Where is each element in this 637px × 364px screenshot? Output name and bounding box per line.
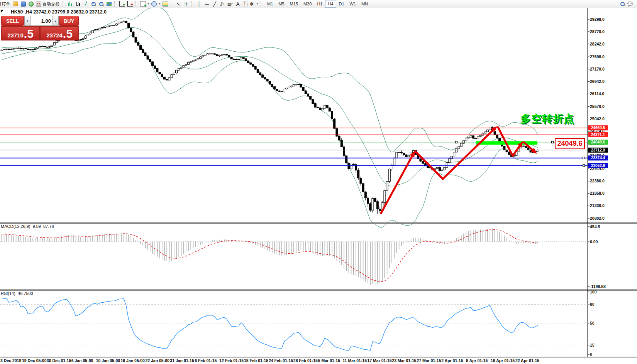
time-axis[interactable]: 3 Dec 201919 Dec 05:0030 Dec 01:156 Jan …	[0, 358, 539, 363]
price-tick-label: 26114.0	[590, 91, 605, 96]
macd-panel: 454.50.00-1198.58	[0, 224, 606, 289]
line-chart-icon[interactable]	[82, 0, 90, 7]
toolbar: 新订单 自动交易 + − ▾ ▾ ↖ ✛ │ ─ ╱ ⫽E ≣F A	[0, 0, 637, 8]
buy-button[interactable]: BUY	[59, 16, 79, 26]
time-tick-label: 18 Feb 01:15	[244, 358, 268, 363]
volume-increase-button[interactable]: ▲	[53, 16, 59, 26]
price-tick-label: 22386.0	[590, 179, 605, 183]
arrow-tools-icon[interactable]: ❖	[248, 0, 256, 7]
horizontal-line-icon[interactable]: ─	[203, 0, 211, 7]
autotrade-robot-icon[interactable]	[35, 0, 42, 7]
price-tick-label: 20802.0	[590, 216, 605, 221]
autotrade-button[interactable]: 自动交易	[42, 1, 59, 7]
time-tick-label: 23 Mar 01:15	[392, 358, 416, 363]
bollinger-bands	[2, 7, 538, 228]
search-icon[interactable]	[618, 0, 626, 7]
timeframe-D1[interactable]: D1	[336, 0, 347, 8]
time-tick-label: 10 Jan 05:00	[96, 358, 120, 363]
trend-line-icon[interactable]: ╱	[211, 0, 219, 7]
candlestick-chart-icon[interactable]	[74, 0, 82, 7]
price-tick-label: 29298.0	[590, 17, 605, 22]
timeframe-W1[interactable]: W1	[347, 0, 359, 8]
sell-button[interactable]: SELL	[1, 16, 24, 26]
price-tick-label: 26642.0	[590, 79, 605, 84]
rsi-panel: 1008050150	[0, 290, 597, 357]
text-label-icon[interactable]: T	[242, 1, 248, 7]
time-tick-label: 16 Apr 01:15	[491, 358, 515, 363]
time-tick-label: 30 Dec 01:15	[47, 358, 71, 363]
sell-price[interactable]: 23710.5	[1, 26, 40, 40]
text-icon[interactable]: A	[234, 0, 242, 7]
volume-decrease-button[interactable]: ▼	[24, 16, 30, 26]
time-tick-label: 27 Mar 01:15	[417, 358, 441, 363]
chart-ohlc-title: HK50-,H4 23742.0 23799.0 23632.0 23712.0	[11, 9, 107, 15]
time-tick-label: 6 Feb 01:15	[195, 358, 217, 363]
accounts-icon[interactable]	[19, 0, 27, 7]
svg-text:50: 50	[590, 321, 595, 325]
timeframe-H4[interactable]: H4	[325, 0, 336, 8]
time-tick-label: 5 Mar 01:15	[318, 358, 340, 363]
annotation-text[interactable]: 多空转折点	[520, 112, 586, 126]
time-tick-label: 28 Feb 01:15	[293, 358, 318, 363]
svg-text:0.00: 0.00	[590, 239, 598, 244]
level-lines[interactable]	[0, 128, 588, 166]
svg-text:24371.1: 24371.1	[591, 133, 605, 137]
periods-dropdown-icon[interactable]: ▾	[158, 0, 161, 7]
timeframe-H1[interactable]: H1	[314, 0, 325, 8]
market-watch-icon[interactable]	[12, 0, 19, 7]
buy-price[interactable]: 23724.5	[40, 26, 79, 40]
line-handle[interactable]	[583, 157, 585, 159]
crosshair-icon[interactable]: ✛	[182, 0, 190, 7]
one-click-trade-panel: SELL ▼ 1.00 ▲ BUY 23710.5 23724.5	[1, 16, 79, 40]
new-order-button[interactable]: 新订单	[0, 1, 10, 7]
chart-template-icon[interactable]	[161, 0, 169, 7]
svg-text:23374.4: 23374.4	[591, 156, 605, 160]
time-tick-label: 17 Mar 01:15	[368, 358, 392, 363]
line-handle[interactable]	[456, 141, 457, 143]
svg-text:454.5: 454.5	[590, 224, 600, 229]
macd-label: MACD(12,26,9) 9.89 87.76	[1, 224, 54, 229]
line-handle[interactable]	[552, 141, 554, 143]
price-tick-label: 27170.0	[590, 67, 605, 71]
svg-text:-1198.58: -1198.58	[590, 284, 606, 289]
price-axis[interactable]: 29298.028770.028242.027698.027170.026642…	[588, 17, 608, 221]
timeframe-MN[interactable]: MN	[359, 0, 371, 8]
cursor-icon[interactable]: ↖	[174, 0, 182, 7]
signal-icon[interactable]	[27, 0, 35, 7]
chat-icon[interactable]: 💬	[626, 0, 634, 7]
timeframe-M5[interactable]: M5	[276, 0, 287, 8]
svg-text:24049.6: 24049.6	[591, 140, 605, 144]
fibonacci-icon[interactable]: ≣F	[226, 0, 234, 7]
volume-input[interactable]: 1.00	[30, 16, 53, 26]
vertical-line-icon[interactable]: │	[195, 0, 203, 7]
price-callout-box[interactable]: 24049.6	[555, 138, 585, 149]
time-tick-label: 22 Apr 01:15	[515, 358, 539, 363]
chart-shift-icon[interactable]	[118, 0, 126, 7]
bar-chart-icon[interactable]	[66, 0, 74, 7]
add-indicator-icon[interactable]	[139, 0, 147, 7]
add-indicator-dropdown-icon[interactable]: ▾	[147, 0, 150, 7]
chart-canvas[interactable]: 29298.028770.028242.027698.027170.026642…	[0, 0, 637, 364]
chart-autoscroll-icon[interactable]	[126, 0, 134, 7]
timeframe-M30[interactable]: M30	[301, 0, 314, 8]
time-tick-label: 19 Dec 05:00	[22, 358, 47, 363]
svg-text:80: 80	[590, 302, 595, 307]
price-tick-label: 25042.0	[590, 116, 605, 121]
time-tick-label: 2 Apr 01:15	[441, 358, 463, 363]
svg-text:100: 100	[590, 290, 597, 294]
arrow-tools-dropdown-icon[interactable]: ▾	[256, 0, 259, 7]
zoom-in-icon[interactable]: +	[90, 0, 97, 7]
time-tick-label: 12 Feb 01:15	[219, 358, 244, 363]
tile-windows-icon[interactable]	[105, 0, 113, 7]
time-tick-label: 8 Apr 01:15	[466, 358, 488, 363]
timeframe-M15[interactable]: M15	[287, 0, 301, 8]
panel-collapse-icon[interactable]: ◤	[1, 9, 4, 13]
zoom-out-icon[interactable]: −	[97, 0, 105, 7]
svg-text:23052.9: 23052.9	[591, 163, 605, 168]
equidistant-channel-icon[interactable]: ⫽E	[219, 0, 226, 7]
timeframe-M1[interactable]: M1	[264, 0, 276, 8]
trend-arrows[interactable]	[381, 126, 537, 213]
price-tick-label: 21858.0	[590, 191, 605, 195]
periods-clock-icon[interactable]	[150, 0, 158, 7]
line-handle[interactable]	[583, 165, 585, 167]
